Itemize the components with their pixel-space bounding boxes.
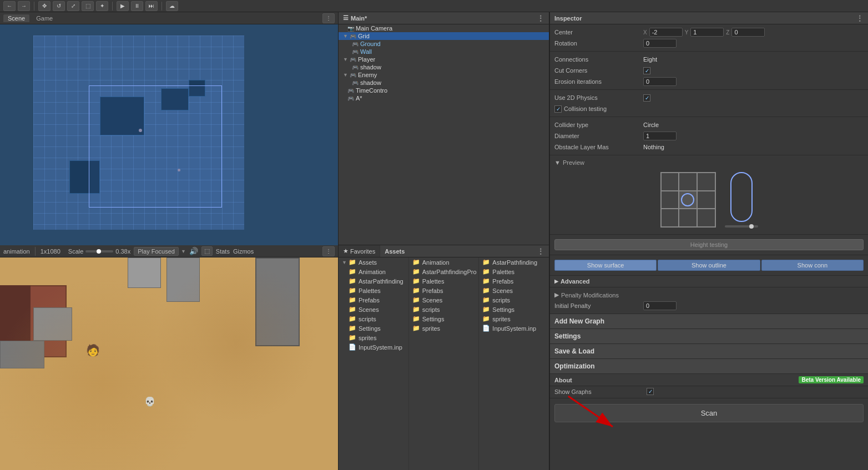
file-animation[interactable]: 📁 Animation — [409, 257, 479, 267]
hierarchy-item-player[interactable]: ▼ 🎮 Player — [339, 55, 549, 63]
move-tool[interactable]: ✥ — [38, 1, 51, 11]
hierarchy-item-enemy[interactable]: ▼ 🎮 Enemy — [339, 71, 549, 79]
preview-label: Preview — [563, 159, 584, 166]
save-load-btn[interactable]: Save & Load — [550, 344, 868, 359]
cut-corners-checkbox[interactable]: ✓ — [643, 67, 650, 74]
file-scripts[interactable]: 📁 scripts — [409, 305, 479, 314]
collision-checkbox[interactable]: ✓ — [554, 105, 562, 113]
col3-scripts-label: scripts — [492, 297, 510, 304]
initial-penalty-input[interactable] — [643, 301, 677, 310]
step-button[interactable]: ⏭ — [145, 1, 158, 11]
scene-more-options[interactable]: ⋮ — [322, 13, 335, 23]
optimization-btn[interactable]: Optimization — [550, 359, 868, 374]
audio-btn[interactable]: 🔊 — [189, 247, 198, 255]
show-outline-btn[interactable]: Show outline — [658, 260, 760, 271]
col3-scenes[interactable]: 📁 Scenes — [479, 286, 549, 295]
col3-palettes[interactable]: 📁 Palettes — [479, 267, 549, 276]
connections-value: Eight — [643, 56, 864, 63]
col3-settings[interactable]: 📁 Settings — [479, 305, 549, 314]
col3-sprites[interactable]: 📁 sprites — [479, 314, 549, 324]
rotate-tool[interactable]: ↺ — [53, 1, 65, 11]
file-astarpro[interactable]: 📁 AstarPathfindingPro — [409, 267, 479, 276]
erosion-input[interactable] — [643, 77, 677, 86]
asset-inputsystem[interactable]: 📄 InputSystem.inp — [339, 342, 408, 352]
about-label: About — [554, 377, 572, 383]
file-settings[interactable]: 📁 Settings — [409, 314, 479, 324]
scene-view: Scene Game ⋮ — [0, 12, 338, 245]
gizmos-btn[interactable]: Gizmos — [233, 248, 254, 255]
astar-folder-icon: 📁 — [349, 277, 356, 285]
center-x-input[interactable] — [649, 28, 683, 37]
hierarchy-item-wall[interactable]: 🎮 Wall — [339, 48, 549, 55]
show-surface-btn[interactable]: Show surface — [554, 260, 657, 271]
hierarchy-options[interactable]: ⋮ — [537, 14, 544, 23]
hierarchy-item-main-camera[interactable]: 📷 Main Camera — [339, 24, 549, 32]
asset-sprites[interactable]: 📁 sprites — [339, 333, 408, 342]
grid-area — [33, 36, 244, 230]
pause-button[interactable]: ⏸ — [131, 1, 143, 11]
file-prefabs[interactable]: 📁 Prefabs — [409, 286, 479, 295]
asset-animation[interactable]: 📁 Animation — [339, 267, 408, 276]
play-focused-btn[interactable]: Play Focused — [134, 247, 179, 256]
col3-inputsystem[interactable]: 📄 InputSystem.inp — [479, 324, 549, 333]
cloud-button[interactable]: ☁ — [166, 1, 178, 11]
scale-slider-thumb[interactable] — [97, 249, 101, 254]
asset-astar[interactable]: 📁 AstarPathfinding — [339, 276, 408, 286]
hierarchy-item-ground[interactable]: 🎮 Ground — [339, 40, 549, 48]
inspector-options[interactable]: ⋮ — [856, 14, 864, 23]
hierarchy-item-player-shadow[interactable]: 🎮 shadow — [339, 63, 549, 71]
preview-header[interactable]: ▼ Preview — [554, 158, 864, 168]
transform-tool[interactable]: ✦ — [96, 1, 108, 11]
asset-palettes[interactable]: 📁 Palettes — [339, 286, 408, 295]
rotation-input[interactable] — [643, 39, 677, 48]
play-button[interactable]: ▶ — [117, 1, 129, 11]
add-new-graph-btn[interactable]: Add New Graph — [550, 314, 868, 329]
redo-button[interactable]: → — [18, 1, 30, 11]
timecontrol-label: TimeContro — [356, 87, 387, 94]
show-graphs-checkbox[interactable]: ✓ — [647, 388, 654, 395]
file-prefabs-label: Prefabs — [422, 287, 443, 294]
height-testing-btn[interactable]: Height testing — [554, 239, 864, 250]
play-dropdown-arrow[interactable]: ▼ — [181, 249, 186, 254]
center-y-input[interactable] — [690, 28, 724, 37]
file-sprites[interactable]: 📁 sprites — [409, 324, 479, 333]
undo-button[interactable]: ← — [3, 1, 16, 11]
scene-tab-label[interactable]: Scene — [3, 14, 29, 22]
col3-palettes-icon: 📁 — [482, 268, 490, 275]
col3-astar[interactable]: 📁 AstarPathfinding — [479, 257, 549, 267]
game-more-options[interactable]: ⋮ — [322, 246, 335, 256]
hierarchy-item-enemy-shadow[interactable]: 🎮 shadow — [339, 79, 549, 87]
show-conn-btn[interactable]: Show conn — [761, 260, 864, 271]
file-palettes[interactable]: 📁 Palettes — [409, 276, 479, 286]
scale-slider-track[interactable] — [85, 250, 113, 252]
stats-btn[interactable]: Stats — [216, 248, 230, 255]
diameter-input[interactable] — [643, 132, 677, 140]
center-z-input[interactable] — [731, 28, 765, 37]
rect-tool[interactable]: ⬚ — [82, 1, 94, 11]
col3-scripts[interactable]: 📁 scripts — [479, 295, 549, 305]
scale-control[interactable]: Scale 0.38x — [68, 248, 130, 255]
file-palettes-label: Palettes — [422, 278, 445, 285]
settings-btn[interactable]: Settings — [550, 329, 868, 344]
penalty-header[interactable]: ▶ Penalty Modifications — [554, 290, 864, 300]
favorites-tab[interactable]: ★ Favorites — [339, 245, 380, 257]
asset-header-assets[interactable]: ▼ 📁 Assets — [339, 257, 408, 267]
about-header[interactable]: About Beta Version Available — [550, 374, 868, 386]
hierarchy-header: ☰ Main* ⋮ — [339, 12, 549, 24]
file-scenes[interactable]: 📁 Scenes — [409, 295, 479, 305]
asset-scenes[interactable]: 📁 Scenes — [339, 305, 408, 314]
col3-prefabs[interactable]: 📁 Prefabs — [479, 276, 549, 286]
game-tab-label[interactable]: Game — [32, 14, 57, 22]
display-btn[interactable]: ⬚ — [201, 246, 213, 256]
use2d-checkbox[interactable]: ✓ — [643, 94, 650, 102]
hierarchy-item-timecontrol[interactable]: 🎮 TimeContro — [339, 87, 549, 94]
scan-btn[interactable]: Scan — [554, 404, 864, 422]
hierarchy-item-astar[interactable]: 🎮 A* — [339, 94, 549, 102]
asset-scripts[interactable]: 📁 scripts — [339, 314, 408, 324]
scale-tool[interactable]: ⤢ — [67, 1, 79, 11]
advanced-header[interactable]: ▶ Advanced — [550, 276, 868, 287]
assets-options[interactable]: ⋮ — [537, 247, 544, 256]
asset-prefabs[interactable]: 📁 Prefabs — [339, 295, 408, 305]
asset-settings[interactable]: 📁 Settings — [339, 324, 408, 333]
hierarchy-item-grid[interactable]: ▼ 🎮 Grid — [339, 32, 549, 40]
